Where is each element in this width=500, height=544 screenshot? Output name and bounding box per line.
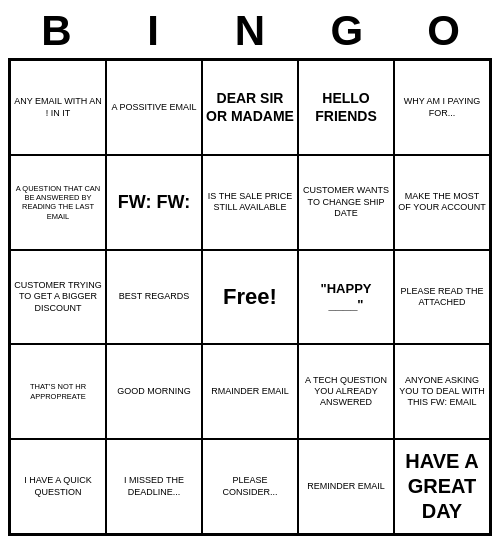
bingo-cell-3[interactable]: HELLO FRIENDS bbox=[298, 60, 394, 155]
cell-text-4: WHY AM I PAYING FOR... bbox=[398, 96, 486, 119]
bingo-cell-10[interactable]: CUSTOMER TRYING TO GET A BIGGER DISCOUNT bbox=[10, 250, 106, 345]
bingo-cell-15[interactable]: THAT'S NOT HR APPROPREATE bbox=[10, 344, 106, 439]
cell-text-17: RMAINDER EMAIL bbox=[211, 386, 289, 397]
cell-text-13: "HAPPY ____" bbox=[302, 281, 390, 314]
bingo-cell-7[interactable]: IS THE SALE PRICE STILL AVAILABLE bbox=[202, 155, 298, 250]
cell-text-14: PLEASE READ THE ATTACHED bbox=[398, 286, 486, 309]
cell-text-19: ANYONE ASKING YOU TO DEAL WITH THIS FW: … bbox=[398, 375, 486, 409]
cell-text-7: IS THE SALE PRICE STILL AVAILABLE bbox=[206, 191, 294, 214]
bingo-cell-14[interactable]: PLEASE READ THE ATTACHED bbox=[394, 250, 490, 345]
cell-text-10: CUSTOMER TRYING TO GET A BIGGER DISCOUNT bbox=[14, 280, 102, 314]
cell-text-18: A TECH QUESTION YOU ALREADY ANSWERED bbox=[302, 375, 390, 409]
cell-text-23: REMINDER EMAIL bbox=[307, 481, 385, 492]
cell-text-12: Free! bbox=[223, 283, 277, 311]
bingo-cell-19[interactable]: ANYONE ASKING YOU TO DEAL WITH THIS FW: … bbox=[394, 344, 490, 439]
bingo-cell-13[interactable]: "HAPPY ____" bbox=[298, 250, 394, 345]
bingo-cell-2[interactable]: DEAR SIR OR MADAME bbox=[202, 60, 298, 155]
cell-text-3: HELLO FRIENDS bbox=[302, 90, 390, 125]
cell-text-15: THAT'S NOT HR APPROPREATE bbox=[14, 382, 102, 401]
bingo-letter: B bbox=[8, 8, 105, 54]
bingo-cell-22[interactable]: PLEASE CONSIDER... bbox=[202, 439, 298, 534]
bingo-cell-23[interactable]: REMINDER EMAIL bbox=[298, 439, 394, 534]
bingo-letter: G bbox=[298, 8, 395, 54]
bingo-cell-18[interactable]: A TECH QUESTION YOU ALREADY ANSWERED bbox=[298, 344, 394, 439]
cell-text-22: PLEASE CONSIDER... bbox=[206, 475, 294, 498]
cell-text-24: HAVE A GREAT DAY bbox=[398, 449, 486, 524]
bingo-grid: ANY EMAIL WITH AN ! IN ITA POSSITIVE EMA… bbox=[8, 58, 492, 536]
bingo-cell-1[interactable]: A POSSITIVE EMAIL bbox=[106, 60, 202, 155]
bingo-cell-17[interactable]: RMAINDER EMAIL bbox=[202, 344, 298, 439]
bingo-cell-16[interactable]: GOOD MORNING bbox=[106, 344, 202, 439]
bingo-letter: N bbox=[202, 8, 299, 54]
bingo-cell-24[interactable]: HAVE A GREAT DAY bbox=[394, 439, 490, 534]
cell-text-1: A POSSITIVE EMAIL bbox=[111, 102, 196, 113]
cell-text-8: CUSTOMER WANTS TO CHANGE SHIP DATE bbox=[302, 185, 390, 219]
cell-text-2: DEAR SIR OR MADAME bbox=[206, 90, 294, 125]
bingo-letter: I bbox=[105, 8, 202, 54]
bingo-cell-8[interactable]: CUSTOMER WANTS TO CHANGE SHIP DATE bbox=[298, 155, 394, 250]
bingo-cell-9[interactable]: MAKE THE MOST OF YOUR ACCOUNT bbox=[394, 155, 490, 250]
cell-text-20: I HAVE A QUICK QUESTION bbox=[14, 475, 102, 498]
bingo-cell-21[interactable]: I MISSED THE DEADLINE... bbox=[106, 439, 202, 534]
cell-text-5: A QUESTION THAT CAN BE ANSWERED BY READI… bbox=[14, 184, 102, 222]
cell-text-0: ANY EMAIL WITH AN ! IN IT bbox=[14, 96, 102, 119]
cell-text-9: MAKE THE MOST OF YOUR ACCOUNT bbox=[398, 191, 486, 214]
bingo-cell-4[interactable]: WHY AM I PAYING FOR... bbox=[394, 60, 490, 155]
cell-text-11: BEST REGARDS bbox=[119, 291, 189, 302]
bingo-cell-20[interactable]: I HAVE A QUICK QUESTION bbox=[10, 439, 106, 534]
bingo-cell-0[interactable]: ANY EMAIL WITH AN ! IN IT bbox=[10, 60, 106, 155]
bingo-letter: O bbox=[395, 8, 492, 54]
cell-text-16: GOOD MORNING bbox=[117, 386, 191, 397]
cell-text-21: I MISSED THE DEADLINE... bbox=[110, 475, 198, 498]
bingo-title: BINGO bbox=[8, 8, 492, 54]
bingo-cell-11[interactable]: BEST REGARDS bbox=[106, 250, 202, 345]
cell-text-6: FW: FW: bbox=[118, 191, 190, 214]
bingo-cell-5[interactable]: A QUESTION THAT CAN BE ANSWERED BY READI… bbox=[10, 155, 106, 250]
bingo-cell-12[interactable]: Free! bbox=[202, 250, 298, 345]
bingo-cell-6[interactable]: FW: FW: bbox=[106, 155, 202, 250]
